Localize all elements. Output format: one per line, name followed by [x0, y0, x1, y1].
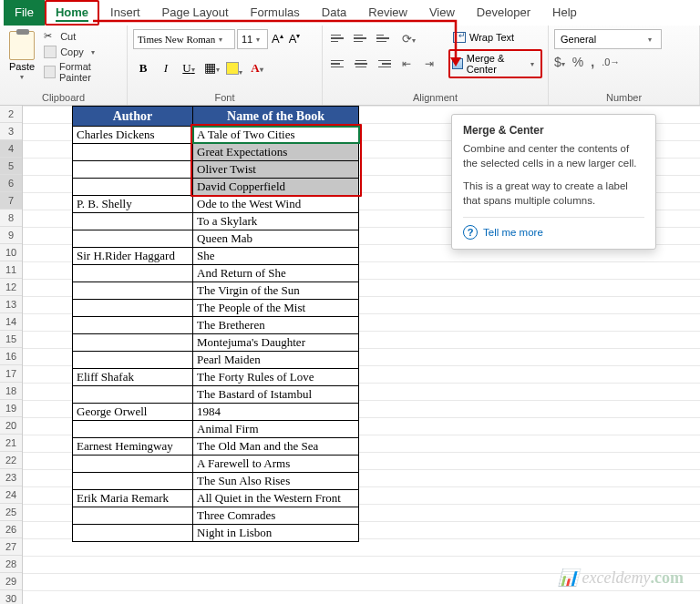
table-row[interactable]: P. B. ShellyOde to the West Wind	[73, 196, 359, 213]
row-header[interactable]: 27	[0, 538, 22, 556]
cell-author[interactable]	[73, 386, 193, 404]
row-header[interactable]: 25	[0, 504, 22, 521]
data-table[interactable]: Author Name of the Book Charles DickensA…	[72, 106, 359, 542]
row-header[interactable]: 8	[0, 210, 22, 227]
cell-author[interactable]: George Orwell	[73, 404, 193, 421]
tab-help[interactable]: Help	[541, 0, 588, 26]
table-row[interactable]: And Return of She	[73, 265, 359, 282]
increase-decimal-button[interactable]: .0→	[602, 56, 620, 67]
table-row[interactable]: Animal Firm	[73, 421, 359, 438]
table-row[interactable]: The Bastard of Istambul	[73, 386, 359, 404]
row-header[interactable]: 29	[0, 573, 22, 590]
border-button[interactable]: ▦▾	[201, 58, 221, 78]
cell-book[interactable]: Three Comrades	[193, 507, 359, 525]
italic-button[interactable]: I	[156, 58, 176, 78]
cell-book[interactable]: And Return of She	[193, 265, 359, 282]
comma-button[interactable]: ,	[591, 55, 594, 69]
row-header[interactable]: 30	[0, 590, 22, 604]
decrease-font-button[interactable]: A▾	[287, 32, 303, 46]
cell-author[interactable]	[73, 161, 193, 179]
cut-button[interactable]: Cut	[42, 29, 121, 44]
cell-author[interactable]: Charles Dickens	[73, 127, 193, 144]
table-row[interactable]: Queen Mab	[73, 230, 359, 248]
cell-author[interactable]	[73, 317, 193, 334]
format-painter-button[interactable]: Format Painter	[42, 60, 121, 84]
table-row[interactable]: Oliver Twist	[73, 161, 359, 179]
row-header[interactable]: 4	[0, 140, 22, 158]
row-header[interactable]: 23	[0, 469, 22, 486]
cell-book[interactable]: All Quiet in the Western Front	[193, 490, 359, 507]
increase-font-button[interactable]: A▴	[270, 32, 285, 46]
row-header[interactable]: 14	[0, 313, 22, 331]
cell-book[interactable]: Night in Lisbon	[193, 525, 359, 542]
cell-author[interactable]	[73, 230, 193, 248]
cell-author[interactable]	[73, 456, 193, 473]
cell-author[interactable]: Erik Maria Remark	[73, 490, 193, 507]
paste-button[interactable]: Paste ▾	[5, 29, 38, 83]
row-header[interactable]: 9	[0, 227, 22, 244]
tab-view[interactable]: View	[418, 0, 466, 26]
align-left-button[interactable]	[328, 55, 348, 73]
tab-data[interactable]: Data	[311, 0, 357, 26]
align-top-button[interactable]	[328, 29, 348, 47]
cell-book[interactable]: Montejuma's Daughter	[193, 334, 359, 352]
row-header[interactable]: 2	[0, 106, 22, 123]
cell-author[interactable]	[73, 334, 193, 352]
row-header[interactable]: 5	[0, 158, 22, 175]
tab-review[interactable]: Review	[357, 0, 418, 26]
cell-book[interactable]: The Bastard of Istambul	[193, 386, 359, 404]
cell-author[interactable]	[73, 179, 193, 196]
row-header[interactable]: 3	[0, 123, 22, 140]
cell-book[interactable]: Oliver Twist	[193, 161, 359, 179]
row-header[interactable]: 21	[0, 435, 22, 452]
table-row[interactable]: Erik Maria RemarkAll Quiet in the Wester…	[73, 490, 359, 507]
cell-author[interactable]	[73, 352, 193, 369]
cell-book[interactable]: The People of the Mist	[193, 300, 359, 317]
tab-page-layout[interactable]: Page Layout	[151, 0, 240, 26]
table-row[interactable]: Night in Lisbon	[73, 525, 359, 542]
font-size-combo[interactable]: 11▾	[237, 29, 268, 49]
table-row[interactable]: The People of the Mist	[73, 300, 359, 317]
cell-author[interactable]	[73, 507, 193, 525]
row-header[interactable]: 19	[0, 400, 22, 417]
increase-indent-button[interactable]: ⇥	[419, 55, 439, 73]
row-header[interactable]: 22	[0, 452, 22, 469]
tab-formulas[interactable]: Formulas	[240, 0, 311, 26]
fill-color-button[interactable]: ▾	[224, 58, 244, 78]
cell-author[interactable]	[73, 300, 193, 317]
table-row[interactable]: Sir H.Rider HaggardShe	[73, 248, 359, 265]
table-row[interactable]: Earnest HemingwayThe Old Man and the Sea	[73, 438, 359, 456]
chevron-down-icon[interactable]: ▾	[528, 60, 537, 68]
table-row[interactable]: George Orwell1984	[73, 404, 359, 421]
cell-author[interactable]	[73, 525, 193, 542]
row-header[interactable]: 24	[0, 486, 22, 504]
row-header[interactable]: 6	[0, 175, 22, 192]
percent-button[interactable]: %	[572, 55, 583, 69]
row-header[interactable]: 18	[0, 383, 22, 400]
cell-book[interactable]: Pearl Maiden	[193, 352, 359, 369]
header-author[interactable]: Author	[73, 107, 193, 127]
merge-center-button[interactable]: Merge & Center▾	[448, 49, 542, 78]
row-header[interactable]: 10	[0, 244, 22, 261]
tab-home[interactable]: Home	[45, 0, 99, 26]
cell-book[interactable]: She	[193, 248, 359, 265]
cell-book[interactable]: Ode to the West Wind	[193, 196, 359, 213]
cell-book[interactable]: A Tale of Two Cities	[193, 127, 359, 144]
cell-author[interactable]: P. B. Shelly	[73, 196, 193, 213]
row-header[interactable]: 13	[0, 296, 22, 313]
cell-book[interactable]: The Virgin of the Sun	[193, 282, 359, 300]
cell-author[interactable]	[73, 473, 193, 490]
row-header[interactable]: 7	[0, 192, 22, 210]
table-row[interactable]: Great Expectations	[73, 144, 359, 161]
cell-book[interactable]: Animal Firm	[193, 421, 359, 438]
table-row[interactable]: Eliff ShafakThe Forty Rules of Love	[73, 369, 359, 386]
align-middle-button[interactable]	[351, 29, 371, 47]
table-row[interactable]: The Virgin of the Sun	[73, 282, 359, 300]
table-row[interactable]: The Sun Also Rises	[73, 473, 359, 490]
cell-author[interactable]	[73, 421, 193, 438]
row-header[interactable]: 28	[0, 556, 22, 573]
cell-book[interactable]: 1984	[193, 404, 359, 421]
header-book[interactable]: Name of the Book	[193, 107, 359, 127]
cell-book[interactable]: The Old Man and the Sea	[193, 438, 359, 456]
align-bottom-button[interactable]	[374, 29, 394, 47]
